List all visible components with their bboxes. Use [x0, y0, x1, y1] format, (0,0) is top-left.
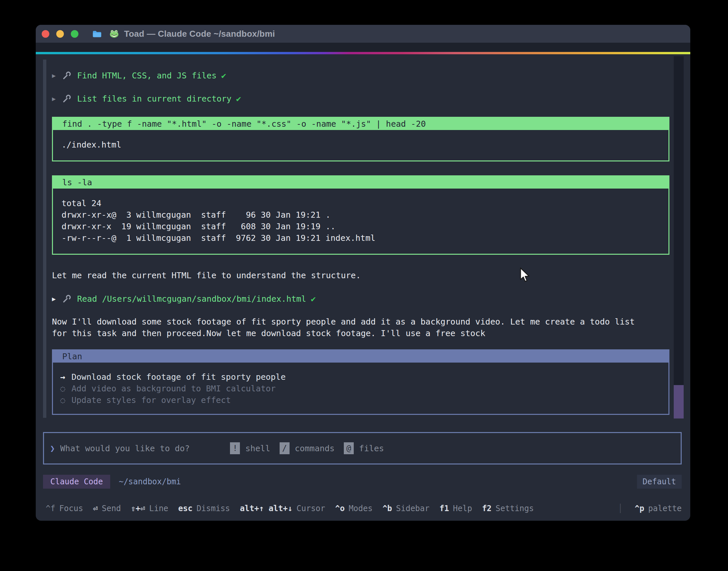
disclosure-triangle-icon: ▶ — [52, 72, 62, 79]
tool-call-list-files[interactable]: ▶ List files in current directory ✔ — [52, 93, 669, 105]
disclosure-triangle-icon: ▶ — [52, 95, 62, 102]
check-icon: ✔ — [311, 294, 316, 304]
pending-circle-icon: ◌ — [60, 383, 72, 394]
frog-icon — [109, 28, 119, 39]
chat-log: ▶ Find HTML, CSS, and JS files ✔ ▶ — [52, 54, 669, 455]
keybinding-footer: ^f Focus ⏎ Send ⇧+⏎ Line esc Dismiss alt… — [46, 502, 682, 515]
assistant-message: Now I'll download some stock footage of … — [52, 316, 669, 339]
keybinding-modes[interactable]: ^o Modes — [335, 504, 373, 513]
mode-selector[interactable]: Default — [637, 475, 682, 489]
keybinding-line[interactable]: ⇧+⏎ Line — [131, 504, 168, 513]
plan-item: ◌ Add video as background to BMI calcula… — [60, 383, 668, 394]
hint-files: @ files — [344, 442, 384, 454]
pending-circle-icon: ◌ — [60, 394, 72, 406]
disclosure-triangle-icon: ▶ — [52, 295, 62, 302]
message-line: Now I'll download some stock footage of … — [52, 316, 669, 328]
chat-scrollbar-thumb[interactable] — [674, 385, 684, 419]
prompt-input[interactable]: ❯ What would you like to do? ! shell / c… — [43, 432, 682, 464]
hint-shell: ! shell — [230, 442, 270, 454]
keybinding-palette[interactable]: ^p palette — [635, 504, 682, 513]
plan-item-label: Add video as background to BMI calculato… — [72, 383, 276, 394]
inner-scrollbar[interactable] — [43, 60, 46, 418]
terminal-window: Toad — Claude Code ~/sandbox/bmi ▶ Find … — [36, 25, 690, 521]
keybinding-send[interactable]: ⏎ Send — [93, 504, 121, 513]
input-placeholder: What would you like to do? — [60, 444, 190, 453]
shell-block-ls: ls -la total 24 drwxr-xr-x@ 3 willmcguga… — [52, 175, 669, 255]
shell-block-find: find . -type f -name "*.html" -o -name "… — [52, 117, 669, 161]
prompt-chevron-icon: ❯ — [50, 444, 55, 453]
shell-output: ./index.html — [53, 130, 668, 160]
keybinding-settings[interactable]: f2 Settings — [482, 504, 534, 513]
message-line: for this task and then proceed.Now let m… — [52, 328, 669, 339]
tool-call-read-file[interactable]: ▶ Read /Users/willmcgugan/sandbox/bmi/in… — [52, 293, 669, 305]
tool-call-label: Read /Users/willmcgugan/sandbox/bmi/inde… — [77, 294, 306, 304]
keybinding-dismiss[interactable]: esc Dismiss — [178, 504, 230, 513]
footer-divider: │ — [618, 504, 622, 513]
footer-right: │ ^p palette — [618, 504, 682, 513]
in-progress-arrow-icon: → — [60, 371, 72, 383]
folder-icon — [92, 29, 102, 39]
keybinding-help[interactable]: f1 Help — [439, 504, 472, 513]
wrench-icon — [62, 71, 72, 80]
plan-list: → Download stock footage of fit sporty p… — [53, 363, 668, 414]
title-bar[interactable]: Toad — Claude Code ~/sandbox/bmi — [36, 25, 690, 43]
maximize-button[interactable] — [71, 30, 79, 38]
plan-title: Plan — [53, 350, 668, 363]
wrench-icon — [62, 94, 72, 104]
rainbow-gradient-bar — [36, 52, 690, 54]
tool-call-label: List files in current directory — [77, 94, 232, 104]
files-key-badge: @ — [344, 442, 354, 454]
shell-command: find . -type f -name "*.html" -o -name "… — [53, 118, 668, 130]
shell-output: total 24 drwxr-xr-x@ 3 willmcgugan staff… — [53, 189, 668, 254]
traffic-lights — [42, 30, 79, 38]
commands-key-badge: / — [280, 442, 290, 454]
check-icon: ✔ — [236, 94, 241, 104]
plan-item-label: Download stock footage of fit sporty peo… — [72, 371, 286, 383]
tool-call-find-files[interactable]: ▶ Find HTML, CSS, and JS files ✔ — [52, 70, 669, 81]
keybinding-focus[interactable]: ^f Focus — [46, 504, 83, 513]
check-icon: ✔ — [221, 71, 226, 80]
screen: Toad — Claude Code ~/sandbox/bmi ▶ Find … — [0, 0, 728, 571]
shell-command: ls -la — [53, 176, 668, 189]
plan-panel: Plan → Download stock footage of fit spo… — [52, 349, 669, 415]
hint-commands: / commands — [280, 442, 334, 454]
chat-scrollbar-track[interactable] — [674, 56, 684, 419]
tool-call-label: Find HTML, CSS, and JS files — [77, 71, 216, 80]
status-bar: Claude Code ~/sandbox/bmi Default — [43, 475, 682, 489]
titlebar-strip — [36, 43, 690, 52]
assistant-message: Let me read the current HTML file to und… — [52, 270, 669, 281]
shell-key-badge: ! — [230, 442, 240, 454]
input-hints: ! shell / commands @ files — [230, 442, 384, 454]
agent-badge: Claude Code — [43, 475, 110, 489]
keybinding-cursor[interactable]: alt+↑ alt+↓ Cursor — [240, 504, 325, 513]
working-directory: ~/sandbox/bmi — [119, 477, 181, 486]
wrench-icon — [62, 294, 72, 304]
plan-item: → Download stock footage of fit sporty p… — [60, 371, 668, 383]
plan-item-label: Update styles for overlay effect — [72, 394, 231, 406]
keybinding-sidebar[interactable]: ^b Sidebar — [383, 504, 429, 513]
window-title: Toad — Claude Code ~/sandbox/bmi — [124, 29, 275, 39]
mouse-cursor — [518, 267, 532, 284]
close-button[interactable] — [42, 30, 49, 38]
plan-item: ◌ Update styles for overlay effect — [60, 394, 668, 406]
minimize-button[interactable] — [56, 30, 64, 38]
